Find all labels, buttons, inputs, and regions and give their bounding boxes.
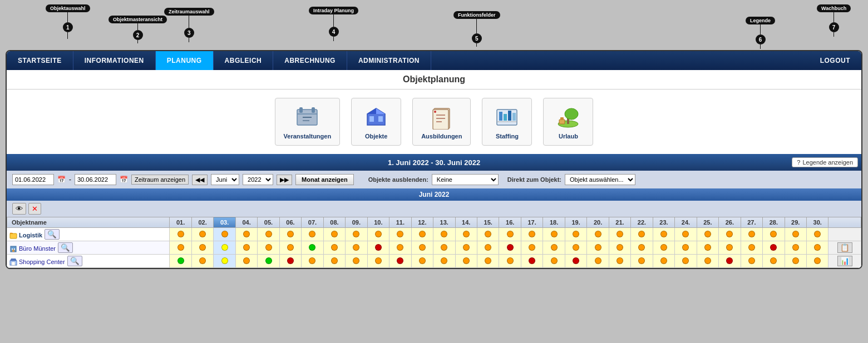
nav-logout[interactable]: LOGOUT [809,51,861,70]
day-cell[interactable] [741,241,762,255]
day-cell[interactable] [587,241,609,255]
nav-startseite[interactable]: STARTSEITE [7,51,73,70]
legende-btn[interactable]: ? Legende anzeigen [792,157,858,167]
day-cell[interactable] [323,228,345,241]
day-cell[interactable] [302,255,323,268]
day-cell[interactable] [258,255,279,268]
day-cell[interactable] [499,255,521,268]
day-cell[interactable] [785,255,806,268]
day-cell[interactable] [697,241,718,255]
day-cell[interactable] [433,228,455,241]
day-cell[interactable] [258,241,279,255]
day-cell[interactable] [191,228,213,241]
day-cell[interactable] [346,255,367,268]
day-cell[interactable] [191,241,213,255]
day-cell[interactable] [302,228,323,241]
day-cell[interactable] [719,255,741,268]
year-select[interactable]: 2022 [243,174,273,185]
calendar-icon-from[interactable]: 📅 [57,176,66,183]
day-cell[interactable] [653,241,674,255]
day-cell[interactable] [565,255,586,268]
day-cell[interactable] [302,241,323,255]
day-cell[interactable] [763,255,785,268]
day-cell[interactable] [411,241,433,255]
nav-abgleich[interactable]: ABGLEICH [214,51,274,70]
day-cell[interactable] [477,228,499,241]
day-cell[interactable] [543,255,565,268]
day-cell[interactable] [741,228,762,241]
day-cell[interactable] [433,241,455,255]
day-cell[interactable] [807,255,828,268]
day-cell[interactable] [455,241,477,255]
day-cell[interactable] [499,228,521,241]
day-cell[interactable] [807,241,828,255]
day-cell[interactable] [455,228,477,241]
row-search-btn[interactable]: 🔍 [67,256,82,266]
date-to-input[interactable] [75,174,116,185]
veranstaltungen-btn[interactable]: Veranstaltungen [275,98,341,146]
day-cell[interactable] [609,241,630,255]
day-cell[interactable] [675,241,697,255]
day-cell[interactable] [719,241,741,255]
day-cell[interactable] [741,255,762,268]
day-cell[interactable] [235,241,257,255]
day-cell[interactable] [258,228,279,241]
monat-btn[interactable]: Monat anzeigen [295,174,354,185]
nav-planung[interactable]: PLANUNG [156,51,214,70]
day-cell[interactable] [785,228,806,241]
day-cell[interactable] [565,241,586,255]
day-cell[interactable] [367,255,389,268]
date-from-input[interactable] [12,174,54,185]
next-btn[interactable]: ▶▶ [277,175,292,185]
day-cell[interactable] [807,228,828,241]
day-cell[interactable] [697,255,718,268]
nav-abrechnung[interactable]: ABRECHNUNG [273,51,347,70]
day-cell[interactable] [279,228,301,241]
day-cell[interactable] [521,255,542,268]
nav-informationen[interactable]: INFORMATIONEN [73,51,156,70]
close-btn[interactable]: ✕ [28,203,41,215]
staffing-btn[interactable]: Staffing [482,98,532,146]
day-cell[interactable] [609,228,630,241]
day-cell[interactable] [389,255,411,268]
day-cell[interactable] [653,255,674,268]
day-cell[interactable] [565,228,586,241]
day-cell[interactable] [323,241,345,255]
day-cell[interactable] [389,228,411,241]
day-cell[interactable] [763,241,785,255]
day-cell[interactable] [587,255,609,268]
day-cell[interactable] [411,255,433,268]
day-cell[interactable] [279,255,301,268]
day-cell[interactable] [763,228,785,241]
day-cell[interactable] [697,228,718,241]
day-cell[interactable] [214,241,235,255]
nav-administration[interactable]: ADMINISTRATION [347,51,431,70]
direkt-select[interactable]: Objekt auswählen... [565,174,635,185]
objekte-btn[interactable]: Objekte [351,98,401,146]
day-cell[interactable] [191,255,213,268]
day-cell[interactable] [367,241,389,255]
day-cell[interactable] [235,255,257,268]
urlaub-btn[interactable]: Urlaub [543,98,593,146]
prev-btn[interactable]: ◀◀ [192,175,208,185]
day-cell[interactable] [433,255,455,268]
day-cell[interactable] [631,228,653,241]
row-action-btn[interactable]: 📊 [837,256,852,266]
day-cell[interactable] [477,255,499,268]
eye-btn[interactable]: 👁 [12,203,26,215]
day-cell[interactable] [279,241,301,255]
row-search-btn[interactable]: 🔍 [45,229,60,240]
day-cell[interactable] [609,255,630,268]
day-cell[interactable] [653,228,674,241]
day-cell[interactable] [455,255,477,268]
day-cell[interactable] [323,255,345,268]
day-cell[interactable] [411,228,433,241]
day-cell[interactable] [214,255,235,268]
day-cell[interactable] [543,241,565,255]
day-cell[interactable] [631,241,653,255]
day-cell[interactable] [214,228,235,241]
day-cell[interactable] [499,241,521,255]
day-cell[interactable] [389,241,411,255]
day-cell[interactable] [675,228,697,241]
calendar-icon-to[interactable]: 📅 [120,176,128,183]
